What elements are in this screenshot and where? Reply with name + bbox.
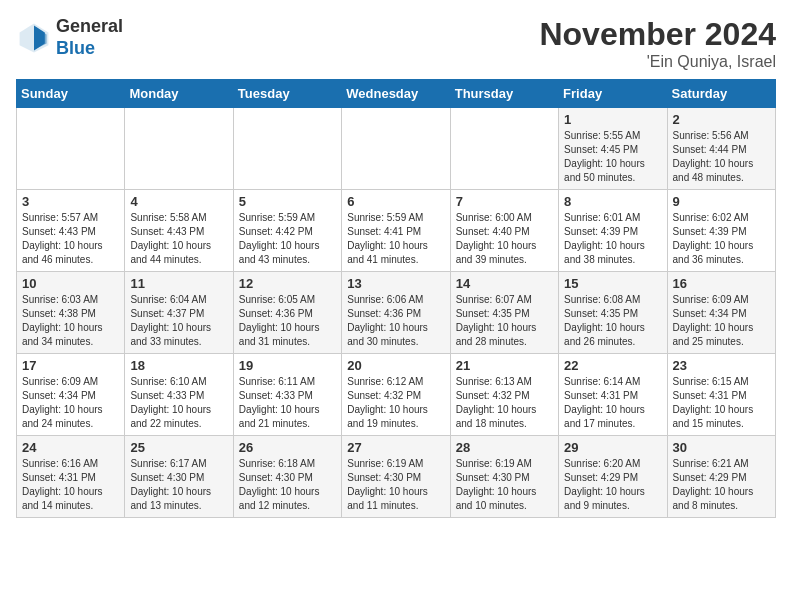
day-number: 25	[130, 440, 227, 455]
calendar-cell: 21Sunrise: 6:13 AM Sunset: 4:32 PM Dayli…	[450, 354, 558, 436]
month-title: November 2024	[539, 16, 776, 53]
calendar-cell	[17, 108, 125, 190]
day-number: 27	[347, 440, 444, 455]
logo-text: General Blue	[56, 16, 123, 59]
day-number: 17	[22, 358, 119, 373]
calendar-week-row: 3Sunrise: 5:57 AM Sunset: 4:43 PM Daylig…	[17, 190, 776, 272]
calendar-cell: 27Sunrise: 6:19 AM Sunset: 4:30 PM Dayli…	[342, 436, 450, 518]
day-info: Sunrise: 6:09 AM Sunset: 4:34 PM Dayligh…	[22, 375, 119, 431]
calendar-cell: 20Sunrise: 6:12 AM Sunset: 4:32 PM Dayli…	[342, 354, 450, 436]
day-number: 29	[564, 440, 661, 455]
day-info: Sunrise: 5:59 AM Sunset: 4:41 PM Dayligh…	[347, 211, 444, 267]
day-info: Sunrise: 6:06 AM Sunset: 4:36 PM Dayligh…	[347, 293, 444, 349]
calendar-cell: 24Sunrise: 6:16 AM Sunset: 4:31 PM Dayli…	[17, 436, 125, 518]
day-info: Sunrise: 6:12 AM Sunset: 4:32 PM Dayligh…	[347, 375, 444, 431]
calendar-cell: 16Sunrise: 6:09 AM Sunset: 4:34 PM Dayli…	[667, 272, 775, 354]
day-info: Sunrise: 6:08 AM Sunset: 4:35 PM Dayligh…	[564, 293, 661, 349]
day-number: 10	[22, 276, 119, 291]
day-info: Sunrise: 6:09 AM Sunset: 4:34 PM Dayligh…	[673, 293, 770, 349]
day-info: Sunrise: 6:11 AM Sunset: 4:33 PM Dayligh…	[239, 375, 336, 431]
calendar-cell	[342, 108, 450, 190]
calendar-cell: 7Sunrise: 6:00 AM Sunset: 4:40 PM Daylig…	[450, 190, 558, 272]
day-info: Sunrise: 6:03 AM Sunset: 4:38 PM Dayligh…	[22, 293, 119, 349]
day-info: Sunrise: 6:02 AM Sunset: 4:39 PM Dayligh…	[673, 211, 770, 267]
day-info: Sunrise: 5:58 AM Sunset: 4:43 PM Dayligh…	[130, 211, 227, 267]
day-number: 4	[130, 194, 227, 209]
day-number: 1	[564, 112, 661, 127]
calendar-week-row: 1Sunrise: 5:55 AM Sunset: 4:45 PM Daylig…	[17, 108, 776, 190]
weekday-header-thursday: Thursday	[450, 80, 558, 108]
day-number: 2	[673, 112, 770, 127]
day-info: Sunrise: 6:15 AM Sunset: 4:31 PM Dayligh…	[673, 375, 770, 431]
weekday-header-tuesday: Tuesday	[233, 80, 341, 108]
day-number: 7	[456, 194, 553, 209]
calendar-cell: 29Sunrise: 6:20 AM Sunset: 4:29 PM Dayli…	[559, 436, 667, 518]
day-number: 11	[130, 276, 227, 291]
calendar-cell: 23Sunrise: 6:15 AM Sunset: 4:31 PM Dayli…	[667, 354, 775, 436]
day-info: Sunrise: 6:19 AM Sunset: 4:30 PM Dayligh…	[456, 457, 553, 513]
calendar-cell: 11Sunrise: 6:04 AM Sunset: 4:37 PM Dayli…	[125, 272, 233, 354]
day-number: 20	[347, 358, 444, 373]
day-info: Sunrise: 6:21 AM Sunset: 4:29 PM Dayligh…	[673, 457, 770, 513]
day-number: 22	[564, 358, 661, 373]
calendar-cell: 19Sunrise: 6:11 AM Sunset: 4:33 PM Dayli…	[233, 354, 341, 436]
logo: General Blue	[16, 16, 123, 59]
day-info: Sunrise: 6:14 AM Sunset: 4:31 PM Dayligh…	[564, 375, 661, 431]
calendar-cell: 28Sunrise: 6:19 AM Sunset: 4:30 PM Dayli…	[450, 436, 558, 518]
day-info: Sunrise: 6:16 AM Sunset: 4:31 PM Dayligh…	[22, 457, 119, 513]
calendar-week-row: 10Sunrise: 6:03 AM Sunset: 4:38 PM Dayli…	[17, 272, 776, 354]
day-info: Sunrise: 6:10 AM Sunset: 4:33 PM Dayligh…	[130, 375, 227, 431]
day-info: Sunrise: 5:57 AM Sunset: 4:43 PM Dayligh…	[22, 211, 119, 267]
calendar-cell: 18Sunrise: 6:10 AM Sunset: 4:33 PM Dayli…	[125, 354, 233, 436]
calendar-cell: 30Sunrise: 6:21 AM Sunset: 4:29 PM Dayli…	[667, 436, 775, 518]
calendar-cell: 8Sunrise: 6:01 AM Sunset: 4:39 PM Daylig…	[559, 190, 667, 272]
day-number: 19	[239, 358, 336, 373]
title-block: November 2024 'Ein Quniya, Israel	[539, 16, 776, 71]
calendar-cell: 12Sunrise: 6:05 AM Sunset: 4:36 PM Dayli…	[233, 272, 341, 354]
day-number: 14	[456, 276, 553, 291]
day-number: 18	[130, 358, 227, 373]
day-info: Sunrise: 6:20 AM Sunset: 4:29 PM Dayligh…	[564, 457, 661, 513]
day-number: 28	[456, 440, 553, 455]
day-number: 15	[564, 276, 661, 291]
location-title: 'Ein Quniya, Israel	[539, 53, 776, 71]
day-info: Sunrise: 6:19 AM Sunset: 4:30 PM Dayligh…	[347, 457, 444, 513]
logo-blue-text: Blue	[56, 38, 123, 60]
day-number: 16	[673, 276, 770, 291]
day-number: 6	[347, 194, 444, 209]
calendar-cell: 2Sunrise: 5:56 AM Sunset: 4:44 PM Daylig…	[667, 108, 775, 190]
calendar-cell: 4Sunrise: 5:58 AM Sunset: 4:43 PM Daylig…	[125, 190, 233, 272]
calendar-cell: 10Sunrise: 6:03 AM Sunset: 4:38 PM Dayli…	[17, 272, 125, 354]
day-info: Sunrise: 6:05 AM Sunset: 4:36 PM Dayligh…	[239, 293, 336, 349]
weekday-header-friday: Friday	[559, 80, 667, 108]
day-info: Sunrise: 6:13 AM Sunset: 4:32 PM Dayligh…	[456, 375, 553, 431]
day-number: 9	[673, 194, 770, 209]
day-info: Sunrise: 6:00 AM Sunset: 4:40 PM Dayligh…	[456, 211, 553, 267]
day-number: 23	[673, 358, 770, 373]
calendar-cell: 9Sunrise: 6:02 AM Sunset: 4:39 PM Daylig…	[667, 190, 775, 272]
day-info: Sunrise: 6:01 AM Sunset: 4:39 PM Dayligh…	[564, 211, 661, 267]
calendar-week-row: 17Sunrise: 6:09 AM Sunset: 4:34 PM Dayli…	[17, 354, 776, 436]
day-number: 24	[22, 440, 119, 455]
calendar-cell: 14Sunrise: 6:07 AM Sunset: 4:35 PM Dayli…	[450, 272, 558, 354]
page-header: General Blue November 2024 'Ein Quniya, …	[16, 16, 776, 71]
weekday-header-sunday: Sunday	[17, 80, 125, 108]
calendar-cell: 1Sunrise: 5:55 AM Sunset: 4:45 PM Daylig…	[559, 108, 667, 190]
calendar-cell: 22Sunrise: 6:14 AM Sunset: 4:31 PM Dayli…	[559, 354, 667, 436]
calendar-table: SundayMondayTuesdayWednesdayThursdayFrid…	[16, 79, 776, 518]
weekday-header-monday: Monday	[125, 80, 233, 108]
calendar-cell	[450, 108, 558, 190]
calendar-cell: 13Sunrise: 6:06 AM Sunset: 4:36 PM Dayli…	[342, 272, 450, 354]
calendar-cell: 25Sunrise: 6:17 AM Sunset: 4:30 PM Dayli…	[125, 436, 233, 518]
day-number: 12	[239, 276, 336, 291]
calendar-cell: 26Sunrise: 6:18 AM Sunset: 4:30 PM Dayli…	[233, 436, 341, 518]
day-number: 21	[456, 358, 553, 373]
day-number: 5	[239, 194, 336, 209]
calendar-cell	[125, 108, 233, 190]
logo-icon	[16, 20, 52, 56]
day-number: 13	[347, 276, 444, 291]
calendar-cell: 6Sunrise: 5:59 AM Sunset: 4:41 PM Daylig…	[342, 190, 450, 272]
day-info: Sunrise: 5:56 AM Sunset: 4:44 PM Dayligh…	[673, 129, 770, 185]
day-info: Sunrise: 5:59 AM Sunset: 4:42 PM Dayligh…	[239, 211, 336, 267]
calendar-header-row: SundayMondayTuesdayWednesdayThursdayFrid…	[17, 80, 776, 108]
